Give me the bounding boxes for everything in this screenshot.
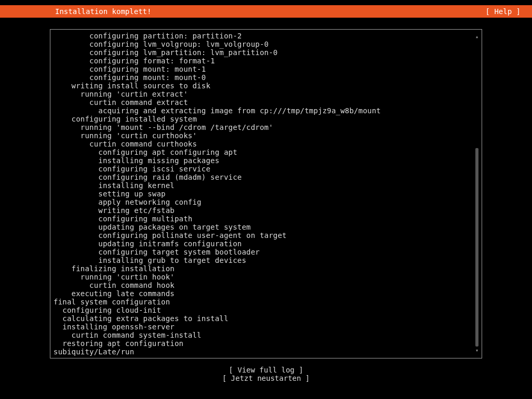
log-line: configuring partition: partition-2 bbox=[54, 32, 478, 40]
help-button[interactable]: [ Help ] bbox=[486, 7, 524, 16]
log-scrollbar[interactable]: ▴ ▾ bbox=[474, 34, 480, 354]
log-line: installing kernel bbox=[54, 181, 478, 190]
log-line: calculating extra packages to install bbox=[54, 314, 478, 323]
log-line: restoring apt configuration bbox=[54, 339, 478, 348]
log-line: finalizing installation bbox=[54, 264, 478, 273]
log-line: installing grub to target devices bbox=[54, 256, 478, 264]
log-line: running 'mount --bind /cdrom /target/cdr… bbox=[54, 123, 478, 131]
scroll-up-icon[interactable]: ▴ bbox=[474, 34, 480, 40]
install-log-box: configuring partition: partition-2 confi… bbox=[50, 29, 482, 358]
log-line: writing install sources to disk bbox=[54, 82, 478, 90]
log-line: configuring pollinate user-agent on targ… bbox=[54, 231, 478, 240]
log-line: configuring lvm_volgroup: lvm_volgroup-0 bbox=[54, 40, 478, 48]
title-bar: Installation komplett! [ Help ] bbox=[0, 5, 532, 18]
log-line: running 'curtin curthooks' bbox=[54, 131, 478, 140]
log-line: curtin command system-install bbox=[54, 331, 478, 339]
page-title: Installation komplett! bbox=[8, 7, 151, 16]
log-line: apply networking config bbox=[54, 198, 478, 206]
log-line: configuring mount: mount-0 bbox=[54, 73, 478, 82]
log-line: updating initramfs configuration bbox=[54, 240, 478, 248]
log-line: subiquity/Late/run bbox=[54, 348, 478, 356]
main-content: configuring partition: partition-2 confi… bbox=[0, 18, 532, 382]
scroll-track[interactable] bbox=[475, 41, 478, 347]
log-line: writing etc/fstab bbox=[54, 206, 478, 215]
log-line: configuring multipath bbox=[54, 215, 478, 223]
footer-actions: [ View full log ] [ Jetzt neustarten ] bbox=[50, 366, 482, 382]
log-line: curtin command extract bbox=[54, 98, 478, 107]
log-line: configuring format: format-1 bbox=[54, 57, 478, 65]
log-line: configuring lvm_partition: lvm_partition… bbox=[54, 48, 478, 57]
log-line: running 'curtin hook' bbox=[54, 273, 478, 281]
log-line: configuring iscsi service bbox=[54, 165, 478, 173]
reboot-now-button[interactable]: [ Jetzt neustarten ] bbox=[221, 374, 311, 382]
log-line: setting up swap bbox=[54, 190, 478, 198]
log-line: installing missing packages bbox=[54, 156, 478, 165]
scroll-down-icon[interactable]: ▾ bbox=[474, 348, 480, 354]
log-line: curtin command curthooks bbox=[54, 140, 478, 148]
log-line: running 'curtin extract' bbox=[54, 90, 478, 98]
log-line: configuring raid (mdadm) service bbox=[54, 173, 478, 181]
log-line: configuring cloud-init bbox=[54, 306, 478, 314]
log-line: acquiring and extracting image from cp:/… bbox=[54, 107, 478, 115]
log-line: executing late commands bbox=[54, 289, 478, 298]
view-full-log-button[interactable]: [ View full log ] bbox=[228, 366, 304, 374]
install-log: configuring partition: partition-2 confi… bbox=[50, 30, 482, 356]
log-line: updating packages on target system bbox=[54, 223, 478, 231]
log-line: configuring apt configuring apt bbox=[54, 148, 478, 156]
log-line: configuring target system bootloader bbox=[54, 248, 478, 256]
log-line: configuring mount: mount-1 bbox=[54, 65, 478, 73]
log-line: curtin command hook bbox=[54, 281, 478, 289]
scroll-thumb[interactable] bbox=[475, 148, 478, 347]
log-line: final system configuration bbox=[54, 298, 478, 306]
log-line: configuring installed system bbox=[54, 115, 478, 123]
log-line: installing openssh-server bbox=[54, 323, 478, 331]
